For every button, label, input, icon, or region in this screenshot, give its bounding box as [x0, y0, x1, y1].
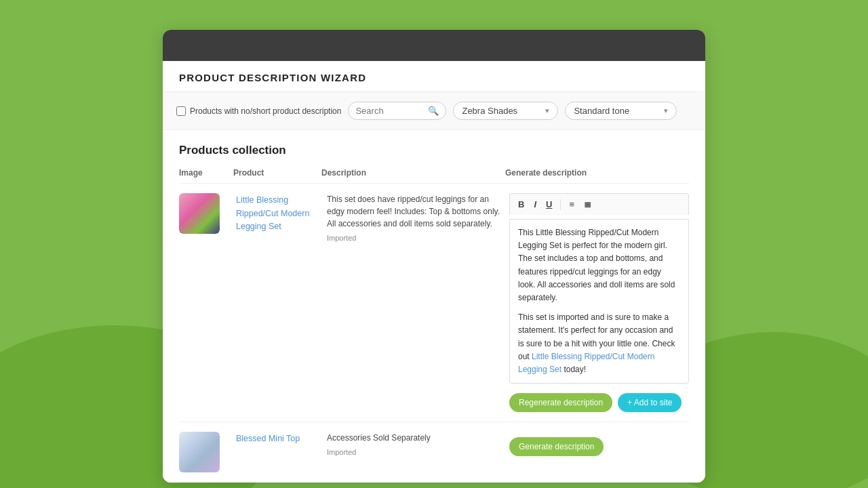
italic-button[interactable]: I [531, 198, 539, 211]
filter-checkbox-label[interactable]: Products with no/short product descripti… [176, 106, 341, 116]
ordered-list-button[interactable]: ≣ [581, 198, 594, 211]
editor-area-1[interactable]: This Little Blessing Ripped/Cut Modern L… [509, 219, 689, 384]
toolbar: Products with no/short product descripti… [163, 92, 705, 130]
table-row: Blessed Mini Top Accessories Sold Separa… [179, 422, 689, 483]
product-link-2[interactable]: Blessed Mini Top [236, 434, 300, 443]
tone-dropdown[interactable]: Standard tone ▾ [565, 102, 677, 120]
product-description-2: Accessories Sold Separately Imported [327, 432, 507, 456]
generate-col-1: B I U ≡ ≣ This Little Blessing Ripped/Cu… [509, 193, 689, 412]
description-badge-2: Imported [327, 448, 507, 456]
product-link-1[interactable]: Little Blessing Ripped/Cut Modern Leggin… [236, 195, 309, 231]
regenerate-button[interactable]: Regenerate description [509, 393, 612, 412]
col-header-generate: Generate description [505, 168, 689, 178]
filter-checkbox[interactable] [176, 106, 186, 116]
product-description-1: This set does have ripped/cut leggings f… [327, 193, 507, 242]
page-title: PRODUCT DESCRIPTION WIZARD [179, 72, 689, 83]
search-icon: 🔍 [428, 106, 439, 116]
unordered-list-button[interactable]: ≡ [566, 198, 577, 211]
table-row: Little Blessing Ripped/Cut Modern Leggin… [179, 184, 689, 422]
products-section: Products collection Image Product Descri… [163, 130, 705, 483]
col-header-description: Description [321, 168, 505, 178]
toolbar-separator [560, 199, 561, 210]
description-text-1: This set does have ripped/cut leggings f… [327, 193, 507, 230]
generated-link[interactable]: Little Blessing Ripped/Cut Modern Leggin… [518, 352, 654, 374]
search-input[interactable] [355, 106, 424, 116]
store-chevron-icon: ▾ [545, 106, 549, 115]
tone-chevron-icon: ▾ [664, 106, 668, 115]
product-thumbnail-1 [179, 193, 220, 234]
app-header [163, 30, 705, 61]
generate-description-button[interactable]: Generate description [509, 437, 604, 456]
action-buttons-1: Regenerate description + Add to site [509, 393, 689, 412]
generated-text-p1: This Little Blessing Ripped/Cut Modern L… [518, 226, 680, 304]
tone-dropdown-value: Standard tone [574, 106, 629, 116]
section-title: Products collection [179, 144, 689, 157]
filter-label: Products with no/short product descripti… [190, 106, 341, 116]
product-image-1 [179, 193, 220, 234]
product-info-2: Blessed Mini Top [236, 432, 324, 445]
col-header-product: Product [233, 168, 321, 178]
store-dropdown-value: Zebra Shades [462, 106, 517, 116]
bold-button[interactable]: B [515, 198, 527, 211]
editor-toolbar-1: B I U ≡ ≣ [509, 193, 689, 215]
table-header: Image Product Description Generate descr… [179, 168, 689, 184]
col-header-image: Image [179, 168, 233, 178]
store-dropdown[interactable]: Zebra Shades ▾ [453, 102, 558, 120]
generated-text-p2: This set is imported and is sure to make… [518, 311, 680, 376]
generate-col-2: Generate description [509, 432, 689, 456]
app-container: PRODUCT DESCRIPTION WIZARD Products with… [163, 30, 705, 483]
app-title-bar: PRODUCT DESCRIPTION WIZARD [163, 61, 705, 92]
description-text-2: Accessories Sold Separately [327, 432, 507, 444]
add-to-site-button[interactable]: + Add to site [618, 393, 682, 412]
product-image-2 [179, 432, 220, 472]
product-info-1: Little Blessing Ripped/Cut Modern Leggin… [236, 193, 324, 233]
underline-button[interactable]: U [543, 198, 555, 211]
description-badge-1: Imported [327, 234, 507, 242]
search-box: 🔍 [348, 102, 446, 120]
product-thumbnail-2 [179, 432, 220, 472]
